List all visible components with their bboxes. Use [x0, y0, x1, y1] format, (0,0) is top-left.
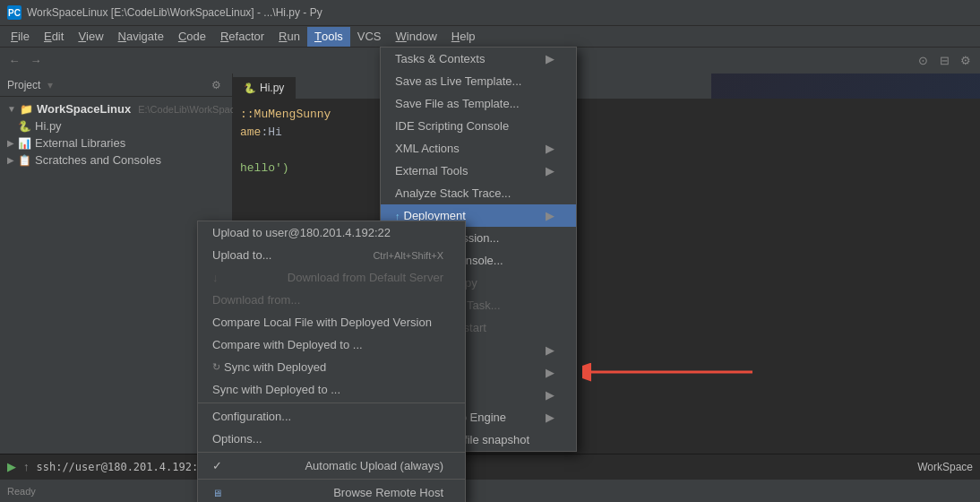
upload-user-label: Upload to user@180.201.4.192:22: [212, 226, 391, 239]
deployment-compare-local[interactable]: Compare Local File with Deployed Version: [198, 311, 465, 333]
tools-dropdown: Tasks & Contexts ▶ Save as Live Template…: [0, 47, 577, 452]
bottom-bar: Ready: [0, 479, 980, 502]
menu-window[interactable]: Window: [389, 27, 444, 47]
bottom-status: Ready: [7, 486, 36, 497]
deployment-download-default: ↓ Download from Default Server: [198, 266, 465, 289]
download-default-label: Download from Default Server: [288, 271, 443, 284]
save-live-template-label: Save as Live Template...: [395, 74, 521, 88]
workspace-right: WorkSpace: [917, 461, 973, 473]
menu-file[interactable]: File: [4, 27, 37, 47]
deployment-options[interactable]: Options...: [198, 428, 465, 450]
auto-upload-check: ✓: [212, 459, 222, 472]
toolbar-browser-btn[interactable]: ⊙: [914, 52, 932, 70]
deployment-separator-3: [198, 479, 465, 480]
upload-to-label: Upload to...: [212, 248, 272, 262]
app-logo: PC: [7, 5, 21, 20]
save-file-template-label: Save File as Template...: [395, 97, 520, 110]
external-tools-arrow: ▶: [546, 164, 554, 177]
menu-navigate[interactable]: Navigate: [111, 27, 171, 47]
download-from-label: Download from...: [212, 293, 300, 307]
menu-save-live-template[interactable]: Save as Live Template...: [381, 70, 576, 92]
gae-arrow: ▶: [546, 411, 554, 424]
menu-vcs[interactable]: VCS: [350, 27, 389, 47]
deployment-download-from: Download from...: [198, 289, 465, 311]
toolbar-settings-btn[interactable]: ⚙: [957, 52, 975, 70]
menu-edit[interactable]: Edit: [37, 27, 71, 47]
menu-help[interactable]: Help: [444, 27, 483, 47]
menu-code[interactable]: Code: [171, 27, 213, 47]
menu-run[interactable]: Run: [271, 27, 307, 47]
external-tools-label: External Tools: [395, 164, 468, 177]
menu-tasks-contexts[interactable]: Tasks & Contexts ▶: [381, 48, 576, 70]
deployment-browse-remote[interactable]: 🖥 Browse Remote Host: [198, 481, 465, 502]
configuration-label: Configuration...: [212, 410, 291, 423]
analyze-stack-label: Analyze Stack Trace...: [395, 186, 511, 200]
sync-icon: ↻: [212, 361, 220, 373]
sync-label: Sync with Deployed: [224, 360, 326, 374]
vagrant-arrow: ▶: [546, 388, 554, 402]
deployment-upload-to[interactable]: Upload to... Ctrl+Alt+Shift+X: [198, 244, 465, 266]
menu-analyze-stack[interactable]: Analyze Stack Trace...: [381, 182, 576, 204]
browse-remote-icon: 🖥: [212, 488, 222, 498]
tasks-arrow: ▶: [546, 52, 554, 65]
deployment-compare-with[interactable]: Compare with Deployed to ...: [198, 333, 465, 356]
menu-bar: File Edit View Navigate Code Refactor Ru…: [0, 25, 980, 47]
menu-save-file-template[interactable]: Save File as Template...: [381, 92, 576, 115]
deployment-separator-2: [198, 452, 465, 453]
deployment-sync-to[interactable]: Sync with Deployed to ...: [198, 378, 465, 401]
title-bar: PC WorkSpaceLinux [E:\CodeLib\WorkSpaceL…: [0, 0, 980, 25]
xml-actions-label: XML Actions: [395, 142, 460, 155]
red-arrow-indicator: [582, 359, 761, 388]
menu-view[interactable]: View: [71, 27, 110, 47]
upload-to-shortcut: Ctrl+Alt+Shift+X: [373, 250, 443, 261]
tasks-label: Tasks & Contexts: [395, 52, 485, 65]
deployment-submenu: Upload to user@180.201.4.192:22 Upload t…: [197, 221, 466, 502]
title-bar-text: WorkSpaceLinux [E:\CodeLib\WorkSpaceLinu…: [27, 6, 322, 19]
ide-scripting-label: IDE Scripting Console: [395, 119, 509, 133]
sync-to-label: Sync with Deployed to ...: [212, 383, 340, 396]
menu-refactor[interactable]: Refactor: [213, 27, 271, 47]
options-label: Options...: [212, 432, 262, 446]
deployment-arrow: ▶: [546, 209, 554, 222]
datalore-arrow: ▶: [546, 366, 554, 379]
compare-local-label: Compare Local File with Deployed Version: [212, 316, 432, 329]
deployment-separator-1: [198, 402, 465, 403]
download-default-icon: ↓: [212, 271, 219, 284]
run-play-btn[interactable]: ▶: [7, 460, 16, 473]
menu-tools[interactable]: Tools: [307, 27, 350, 47]
deployment-upload-to-user[interactable]: Upload to user@180.201.4.192:22: [198, 221, 465, 244]
xml-actions-arrow: ▶: [546, 142, 554, 155]
deployment-configuration[interactable]: Configuration...: [198, 405, 465, 428]
deployment-icon: ↑: [395, 211, 400, 221]
http-client-arrow: ▶: [546, 343, 554, 357]
toolbar-split-btn[interactable]: ⊟: [935, 52, 953, 70]
run-command-bar: ▶ ↑ ssh://user@180.201.4.192:22/home/use…: [0, 454, 980, 479]
menu-ide-scripting[interactable]: IDE Scripting Console: [381, 115, 576, 137]
deployment-sync[interactable]: ↻ Sync with Deployed: [198, 356, 465, 378]
sync-label-wrap: ↻ Sync with Deployed: [212, 360, 326, 374]
menu-xml-actions[interactable]: XML Actions ▶: [381, 137, 576, 160]
menu-external-tools[interactable]: External Tools ▶: [381, 160, 576, 182]
deployment-auto-upload[interactable]: ✓ Automatic Upload (always): [198, 454, 465, 477]
browse-remote-label: Browse Remote Host: [333, 486, 443, 499]
compare-with-label: Compare with Deployed to ...: [212, 338, 363, 351]
run-stop-btn[interactable]: ↑: [23, 460, 30, 473]
auto-upload-label: Automatic Upload (always): [305, 459, 443, 472]
